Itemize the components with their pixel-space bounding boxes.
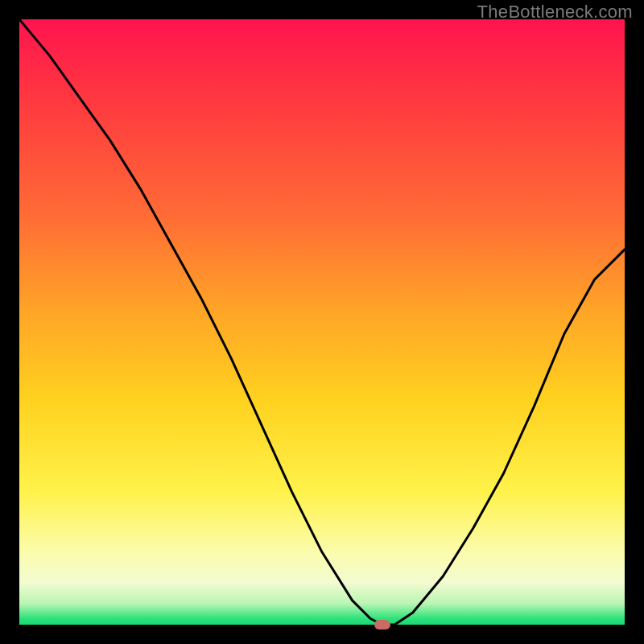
watermark-label: TheBottleneck.com	[477, 2, 633, 23]
curve-line	[19, 19, 625, 625]
bottleneck-chart	[19, 19, 625, 625]
optimum-marker	[374, 620, 390, 630]
